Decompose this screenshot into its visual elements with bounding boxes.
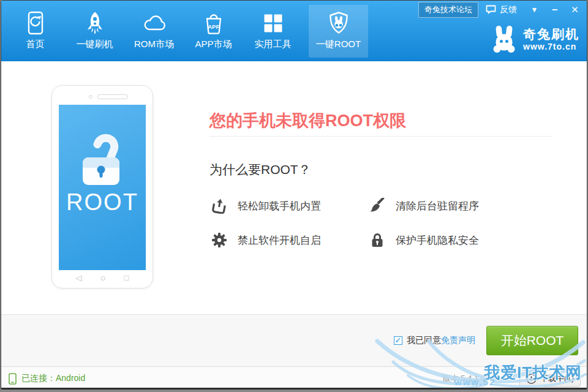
feature-list: 轻松卸载手机内置 清除后台驻留程序 禁止软件开机自启 bbox=[211, 197, 527, 249]
feedback-label: 反馈 bbox=[500, 4, 517, 15]
shield-rabbit-icon bbox=[326, 10, 351, 36]
uninstall-icon bbox=[211, 198, 227, 214]
start-root-button[interactable]: 开始ROOT bbox=[486, 326, 578, 355]
titlebar-controls: 奇兔技术论坛 反馈 ▼ − ✕ bbox=[418, 2, 585, 17]
feature-clean: 清除后台驻留程序 bbox=[369, 197, 527, 215]
rocket-icon bbox=[83, 10, 107, 36]
tab-rom-market[interactable]: ROM市场 bbox=[124, 5, 184, 58]
connection-text: 已连接：Android bbox=[21, 373, 85, 384]
tab-label: 一键ROOT bbox=[316, 39, 361, 50]
connected-phone-icon bbox=[9, 373, 17, 385]
feature-privacy: 保护手机隐私安全 bbox=[369, 231, 527, 249]
status-bar: 已连接：Android 版本:5.4.1.0 下载中(1) bbox=[1, 366, 587, 390]
open-padlock-icon bbox=[72, 128, 133, 186]
why-root-heading: 为什么要ROOT？ bbox=[209, 161, 311, 178]
header: 首页 一键刷机 ROM市场 bbox=[1, 1, 587, 61]
tab-tools[interactable]: 实用工具 bbox=[243, 5, 303, 58]
check-icon: ✓ bbox=[395, 336, 402, 345]
download-icon bbox=[526, 374, 537, 384]
download-button[interactable]: 下载中(1) bbox=[519, 370, 581, 387]
version-text: 版本:5.4.1.0 bbox=[443, 373, 485, 384]
connection-status: 已连接：Android bbox=[9, 367, 85, 390]
feature-label: 保护手机隐私安全 bbox=[396, 233, 479, 247]
tab-home[interactable]: 首页 bbox=[6, 5, 65, 58]
phone-menu-icon: □ bbox=[124, 273, 129, 282]
tab-flash[interactable]: 一键刷机 bbox=[65, 5, 124, 58]
rabbit-logo-icon bbox=[491, 25, 518, 53]
tab-one-key-root[interactable]: 一键ROOT bbox=[309, 5, 368, 58]
app-bag-icon: APP bbox=[202, 10, 226, 36]
feedback-button[interactable]: 反馈 bbox=[478, 4, 524, 15]
phone-illustration: ROOT ◁ ○ □ bbox=[51, 85, 153, 288]
dropdown-menu-button[interactable]: ▼ bbox=[524, 6, 545, 14]
tab-app-market[interactable]: APP APP市场 bbox=[184, 5, 243, 58]
brand-name: 奇兔刷机 bbox=[523, 27, 579, 41]
minimize-button[interactable]: − bbox=[545, 4, 565, 15]
minimize-icon: − bbox=[552, 4, 557, 15]
caret-down-icon: ▼ bbox=[531, 6, 538, 14]
phone-home-icon: ○ bbox=[100, 273, 106, 283]
app-window: 首页 一键刷机 ROM市场 bbox=[1, 0, 587, 390]
tab-label: APP市场 bbox=[195, 39, 232, 50]
close-icon: ✕ bbox=[571, 4, 579, 15]
tab-label: 实用工具 bbox=[255, 39, 292, 50]
feature-label: 禁止软件开机自启 bbox=[238, 233, 321, 247]
action-bar: ✓ 我已同意 免责声明 开始ROOT bbox=[1, 314, 587, 366]
phone-back-icon: ◁ bbox=[76, 273, 82, 282]
brand-logo: 奇兔刷机 www.7to.cn bbox=[491, 25, 579, 53]
tools-grid-icon bbox=[261, 10, 285, 36]
gear-icon bbox=[211, 232, 227, 248]
disclaimer-link[interactable]: 免责声明 bbox=[441, 335, 475, 346]
phone-speaker-bar bbox=[97, 94, 128, 99]
forum-button[interactable]: 奇兔技术论坛 bbox=[418, 2, 478, 18]
cloud-icon bbox=[142, 10, 167, 36]
feature-uninstall: 轻松卸载手机内置 bbox=[211, 197, 369, 215]
brand-url: www.7to.cn bbox=[523, 42, 579, 51]
tab-label: 一键刷机 bbox=[77, 39, 113, 50]
main-nav: 首页 一键刷机 ROM市场 bbox=[6, 5, 368, 58]
agree-checkbox[interactable]: ✓ bbox=[394, 336, 402, 345]
agree-checkbox-row: ✓ 我已同意 免责声明 bbox=[394, 335, 475, 346]
phone-refresh-icon bbox=[23, 10, 48, 36]
phone-screen-label: ROOT bbox=[66, 189, 138, 216]
app-badge-text: APP bbox=[208, 23, 220, 30]
phone-camera-dot bbox=[89, 95, 92, 99]
download-label: 下载中(1) bbox=[540, 373, 574, 384]
tab-label: ROM市场 bbox=[134, 39, 174, 50]
brush-icon bbox=[369, 198, 385, 214]
title-divider bbox=[209, 136, 552, 137]
feature-autostart: 禁止软件开机自启 bbox=[211, 231, 369, 249]
speech-bubble-icon bbox=[486, 5, 496, 14]
close-button[interactable]: ✕ bbox=[565, 4, 585, 15]
lock-icon bbox=[369, 232, 385, 248]
page-title: 您的手机未取得ROOT权限 bbox=[209, 110, 406, 132]
tab-label: 首页 bbox=[26, 39, 45, 50]
feature-label: 轻松卸载手机内置 bbox=[238, 199, 321, 213]
agree-label: 我已同意 bbox=[407, 335, 441, 346]
feature-label: 清除后台驻留程序 bbox=[396, 199, 479, 213]
phone-nav-buttons: ◁ ○ □ bbox=[52, 273, 153, 283]
phone-screen: ROOT bbox=[59, 105, 146, 270]
